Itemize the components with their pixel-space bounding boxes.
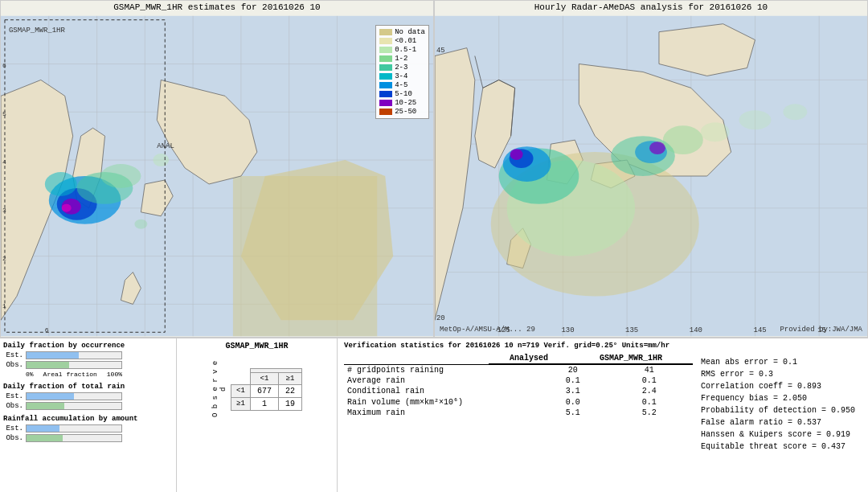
svg-point-20 bbox=[101, 164, 141, 188]
right-panel-title: Hourly Radar-AMeDAS analysis for 2016102… bbox=[534, 2, 768, 12]
verif-header: Analysed GSMAP_MWR_1HR bbox=[344, 353, 693, 364]
bottom-row: Daily fraction by occurrence Est. Obs. 0… bbox=[0, 338, 868, 492]
cell-22: 19 bbox=[278, 397, 301, 410]
svg-text:ANAL: ANAL bbox=[157, 142, 174, 150]
verif-row-1: Average rain 0.1 0.1 bbox=[344, 375, 693, 386]
bar-row-est-2: Est. bbox=[3, 392, 173, 400]
svg-text:5: 5 bbox=[2, 110, 6, 117]
est-bar-2 bbox=[26, 392, 122, 400]
ctable-row-lt1: <1 677 22 bbox=[231, 384, 302, 397]
bar-title-1: Daily fraction by occurrence bbox=[3, 342, 173, 350]
bar-row-est-1: Est. bbox=[3, 351, 173, 359]
verif-analysed-4: 5.1 bbox=[540, 408, 605, 418]
row-lt1: <1 bbox=[231, 384, 251, 397]
left-panel: GSMAP_MWR_1HR estimates for 20161026 10 bbox=[0, 0, 434, 338]
verif-row-0: # gridpoints raining 20 41 bbox=[344, 365, 693, 375]
legend-lt001: <0.01 bbox=[379, 37, 425, 45]
scores-section: Mean abs error = 0.1 RMS error = 0.3 Cor… bbox=[701, 356, 862, 453]
bar-title-2: Daily fraction of total rain bbox=[3, 383, 173, 391]
svg-text:20: 20 bbox=[436, 314, 445, 322]
svg-text:6: 6 bbox=[45, 326, 49, 334]
bar-row-obs-2: Obs. bbox=[3, 402, 173, 410]
bar-title-3: Rainfall accumulation by amount bbox=[3, 415, 173, 423]
svg-point-66 bbox=[739, 110, 772, 129]
est-bar-fill-3 bbox=[27, 425, 59, 432]
svg-point-67 bbox=[783, 104, 807, 120]
score-5: False alarm ratio = 0.537 bbox=[701, 416, 862, 428]
svg-text:6: 6 bbox=[2, 63, 6, 70]
svg-point-64 bbox=[663, 125, 703, 154]
verif-analysed-2: 3.1 bbox=[540, 386, 605, 396]
legend-1-2: 1-2 bbox=[379, 55, 425, 63]
verif-gsmap-0: 41 bbox=[606, 365, 694, 375]
verif-content: Analysed GSMAP_MWR_1HR # gridpoints rain… bbox=[344, 353, 862, 453]
verif-gsmap-2: 2.4 bbox=[606, 386, 694, 396]
cell-21: 1 bbox=[250, 397, 278, 410]
svg-text:45: 45 bbox=[436, 47, 445, 55]
verification-section: Verification statistics for 20161026 10 … bbox=[338, 338, 868, 492]
verif-table-container: Analysed GSMAP_MWR_1HR # gridpoints rain… bbox=[344, 353, 693, 453]
bar-row-obs-3: Obs. bbox=[3, 434, 173, 442]
verif-analysed-1: 0.1 bbox=[540, 375, 605, 386]
legend-3-4: 3-4 bbox=[379, 72, 425, 80]
top-row: GSMAP_MWR_1HR estimates for 20161026 10 bbox=[0, 0, 868, 338]
legend: No data <0.01 0.5-1 1-2 2-3 bbox=[375, 25, 429, 119]
est-bar-fill-2 bbox=[27, 393, 74, 400]
legend-10-25: 10-25 bbox=[379, 99, 425, 107]
score-0: Mean abs error = 0.1 bbox=[701, 356, 862, 368]
est-bar-1 bbox=[26, 351, 122, 359]
score-6: Hanssen & Kuipers score = 0.919 bbox=[701, 428, 862, 441]
contingency-section: GSMAP_MWR_1HR O b s e r v e d <1 bbox=[177, 338, 338, 492]
legend-nodata: No data bbox=[379, 28, 425, 36]
svg-text:3: 3 bbox=[2, 207, 6, 214]
contingency-table: <1 ≥1 <1 677 22 ≥1 1 19 bbox=[231, 368, 302, 411]
legend-05-1: 0.5-1 bbox=[379, 46, 425, 54]
bar-row-est-3: Est. bbox=[3, 424, 173, 433]
legend-5-10: 5-10 bbox=[379, 90, 425, 98]
verif-row-2: Conditional rain 3.1 2.4 bbox=[344, 386, 693, 396]
col-header-gsmap: GSMAP_MWR_1HR bbox=[569, 353, 693, 364]
verif-gsmap-1: 0.1 bbox=[606, 375, 694, 386]
est-label-1: Est. bbox=[3, 351, 23, 359]
score-3: Frequency bias = 2.050 bbox=[701, 392, 862, 404]
obs-bar-fill-1 bbox=[27, 362, 69, 368]
obs-bar-3 bbox=[26, 434, 122, 442]
svg-point-22 bbox=[153, 154, 169, 166]
verif-row-4: Maximum rain 5.1 5.2 bbox=[344, 408, 693, 418]
est-bar-fill-1 bbox=[27, 352, 79, 359]
obs-label-1: Obs. bbox=[3, 361, 23, 369]
legend-4-5: 4-5 bbox=[379, 81, 425, 89]
obs-label-3: Obs. bbox=[3, 434, 23, 442]
verif-gsmap-3: 0.1 bbox=[606, 396, 694, 408]
right-map-area: 45 35 25 20 125 130 135 140 145 15 bbox=[435, 15, 867, 337]
obs-bar-fill-3 bbox=[27, 435, 63, 441]
col-ge1: ≥1 bbox=[278, 372, 301, 384]
svg-point-21 bbox=[45, 172, 77, 196]
cell-11: 677 bbox=[250, 384, 278, 397]
main-container: GSMAP_MWR_1HR estimates for 20161026 10 bbox=[0, 0, 868, 492]
score-2: Correlation coeff = 0.893 bbox=[701, 380, 862, 392]
observed-label: O b s e r v e d bbox=[211, 357, 227, 421]
stats-left: Daily fraction by occurrence Est. Obs. 0… bbox=[0, 338, 177, 492]
svg-text:145: 145 bbox=[754, 326, 767, 334]
svg-point-63 bbox=[649, 141, 665, 154]
verif-analysed-3: 0.0 bbox=[540, 396, 605, 408]
verif-label-4: Maximum rain bbox=[344, 408, 540, 418]
ctable-container: <1 ≥1 <1 677 22 ≥1 1 19 bbox=[231, 368, 302, 411]
svg-point-23 bbox=[134, 219, 147, 229]
legend-25-50: 25-50 bbox=[379, 108, 425, 116]
left-map-area: GSMAP_MWR_1HR 6 5 4 3 2 1 6 ANAL bbox=[1, 15, 433, 337]
col-header-analysed: Analysed bbox=[489, 353, 569, 364]
verif-row-3: Rain volume (mm×km²×10⁶) 0.0 0.1 bbox=[344, 396, 693, 408]
ctable-wrapper: O b s e r v e d <1 ≥1 bbox=[180, 357, 334, 421]
svg-text:4: 4 bbox=[2, 158, 6, 166]
svg-text:130: 130 bbox=[561, 326, 574, 334]
svg-text:GSMAP_MWR_1HR: GSMAP_MWR_1HR bbox=[9, 27, 65, 35]
svg-text:1: 1 bbox=[2, 302, 6, 310]
verif-analysed-0: 20 bbox=[540, 365, 605, 375]
svg-point-65 bbox=[701, 122, 730, 141]
verif-title: Verification statistics for 20161026 10 … bbox=[344, 342, 862, 350]
est-label-2: Est. bbox=[3, 392, 23, 400]
right-panel: Hourly Radar-AMeDAS analysis for 2016102… bbox=[434, 0, 868, 338]
bar-row-obs-1: Obs. bbox=[3, 361, 173, 369]
